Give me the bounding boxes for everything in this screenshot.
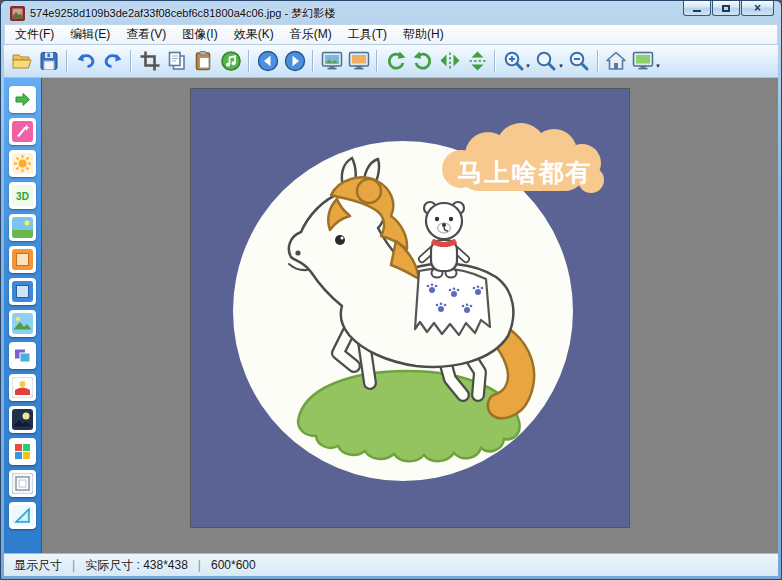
display-mode-button[interactable]: [630, 48, 657, 75]
toolbar-separator: [494, 50, 496, 72]
crop-icon: [138, 49, 162, 73]
window-controls: ×: [682, 1, 774, 16]
status-actual-size: 实际尺寸 : 438*438: [85, 557, 188, 574]
home-button[interactable]: [603, 48, 630, 75]
close-icon: ×: [754, 2, 761, 14]
actual-size-button[interactable]: [345, 48, 372, 75]
statusbar: 显示尺寸 | 实际尺寸 : 438*438 | 600*600: [4, 553, 778, 576]
magic-wand-icon: [12, 121, 33, 142]
add-music-button[interactable]: [217, 48, 244, 75]
previous-image-button[interactable]: [254, 48, 281, 75]
dropdown-caret[interactable]: ▼: [558, 63, 564, 69]
photo-ribbon-icon: [12, 377, 33, 398]
sidebar-tool-triangle-ruler[interactable]: [9, 502, 36, 529]
open-button[interactable]: [8, 48, 35, 75]
sidebar-tool-go[interactable]: [9, 86, 36, 113]
menu-edit[interactable]: 编辑(E): [62, 24, 118, 45]
maximize-button[interactable]: [712, 1, 740, 16]
sidebar-tool-frame-orange[interactable]: [9, 246, 36, 273]
status-display-size: 显示尺寸: [14, 557, 62, 574]
fit-window-button[interactable]: [318, 48, 345, 75]
toolbar-separator: [130, 50, 132, 72]
sidebar-tool-frame-blue[interactable]: [9, 278, 36, 305]
music-note-icon: [219, 49, 243, 73]
menubar: 文件(F) 编辑(E) 查看(V) 图像(I) 效果(K) 音乐(M) 工具(T…: [4, 24, 778, 45]
horse-illustration: 马上啥都有: [191, 89, 629, 527]
night-scene-icon: [12, 409, 33, 430]
fit-window-icon: [320, 49, 344, 73]
minimize-button[interactable]: [683, 1, 711, 16]
crop-button[interactable]: [136, 48, 163, 75]
menu-music[interactable]: 音乐(M): [282, 24, 340, 45]
undo-icon: [74, 49, 98, 73]
dropdown-caret[interactable]: ▼: [655, 63, 661, 69]
flip-vertical-icon: [465, 49, 489, 73]
dropdown-caret[interactable]: ▼: [525, 63, 531, 69]
blue-frame-icon: [12, 281, 33, 302]
sidebar-tool-scene[interactable]: [9, 214, 36, 241]
rotate-left-button[interactable]: [382, 48, 409, 75]
home-icon: [604, 49, 628, 73]
actual-size-icon: [347, 49, 371, 73]
triangle-ruler-icon: [12, 505, 33, 526]
display-monitor-icon: [631, 49, 655, 73]
menu-tools[interactable]: 工具(T): [340, 24, 395, 45]
sidebar-tool-photo-stack[interactable]: [9, 342, 36, 369]
status-original-size: 600*600: [211, 558, 256, 572]
mosaic-grid-icon: [12, 441, 33, 462]
toolbar: ▼ ▼: [4, 45, 778, 78]
zoom-out-button[interactable]: [566, 48, 593, 75]
bubble-text: 马上啥都有: [458, 158, 593, 186]
next-arrow-icon: [283, 49, 307, 73]
save-floppy-icon: [37, 49, 61, 73]
titlebar[interactable]: 574e9258d109b3de2af33f08cebf6c81800a4c06…: [4, 1, 778, 24]
sidebar-tool-photo[interactable]: [9, 310, 36, 337]
sidebar-tool-beautify[interactable]: [9, 118, 36, 145]
image-document[interactable]: 马上啥都有: [191, 89, 629, 527]
zoom-in-button[interactable]: [500, 48, 527, 75]
sidebar: 3D: [4, 78, 42, 553]
sidebar-tool-mosaic[interactable]: [9, 438, 36, 465]
menu-file[interactable]: 文件(F): [7, 24, 62, 45]
paste-icon: [192, 49, 216, 73]
close-button[interactable]: ×: [741, 1, 774, 16]
sidebar-tool-border-frame[interactable]: [9, 470, 36, 497]
save-button[interactable]: [35, 48, 62, 75]
copy-icon: [165, 49, 189, 73]
menu-help[interactable]: 帮助(H): [395, 24, 452, 45]
copy-button[interactable]: [163, 48, 190, 75]
menu-view[interactable]: 查看(V): [118, 24, 174, 45]
menu-effects[interactable]: 效果(K): [226, 24, 282, 45]
toolbar-separator: [312, 50, 314, 72]
flip-horizontal-button[interactable]: [436, 48, 463, 75]
status-separator: |: [72, 558, 75, 572]
redo-icon: [101, 49, 125, 73]
scene-icon: [12, 217, 33, 238]
rotate-right-icon: [411, 49, 435, 73]
zoom-out-icon: [567, 49, 591, 73]
border-frame-icon: [12, 473, 33, 494]
sidebar-tool-3d-text[interactable]: 3D: [9, 182, 36, 209]
maximize-icon: [722, 5, 730, 12]
sun-icon: [12, 153, 33, 174]
next-image-button[interactable]: [281, 48, 308, 75]
window-title: 574e9258d109b3de2af33f08cebf6c81800a4c06…: [30, 6, 335, 21]
zoom-level-button[interactable]: [533, 48, 560, 75]
sidebar-tool-photo-ribbon[interactable]: [9, 374, 36, 401]
sidebar-tool-sun[interactable]: [9, 150, 36, 177]
status-separator: |: [198, 558, 201, 572]
undo-button[interactable]: [72, 48, 99, 75]
redo-button[interactable]: [99, 48, 126, 75]
toolbar-separator: [248, 50, 250, 72]
magnifier-icon: [534, 49, 558, 73]
photo-icon: [12, 313, 33, 334]
menu-image[interactable]: 图像(I): [174, 24, 225, 45]
flip-horizontal-icon: [438, 49, 462, 73]
previous-arrow-icon: [256, 49, 280, 73]
rotate-right-button[interactable]: [409, 48, 436, 75]
app-window: 574e9258d109b3de2af33f08cebf6c81800a4c06…: [0, 0, 782, 580]
rotate-left-icon: [384, 49, 408, 73]
sidebar-tool-night-scene[interactable]: [9, 406, 36, 433]
paste-button[interactable]: [190, 48, 217, 75]
flip-vertical-button[interactable]: [463, 48, 490, 75]
